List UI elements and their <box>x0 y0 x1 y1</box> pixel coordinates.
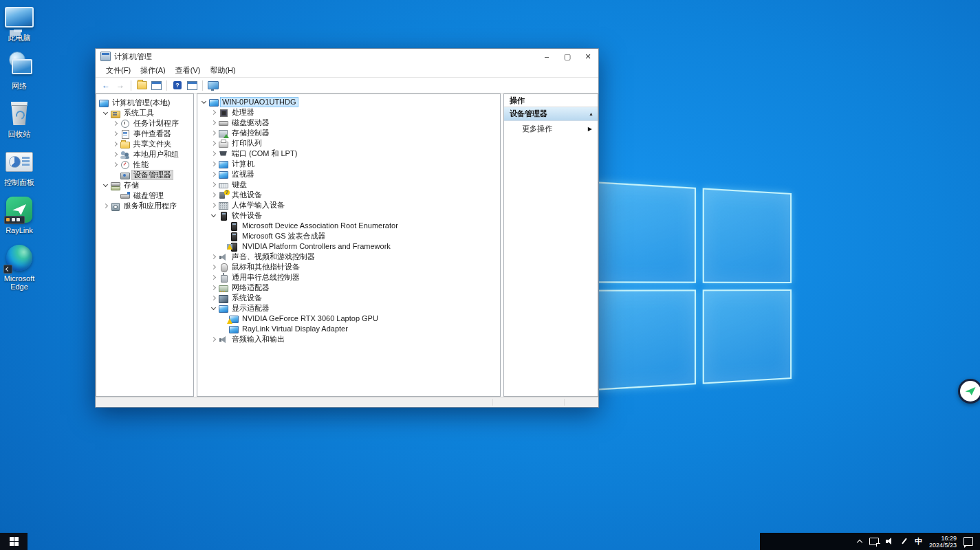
chevron-right-icon[interactable] <box>111 119 120 128</box>
tree-row-device[interactable]: Microsoft Device Association Root Enumer… <box>197 221 500 231</box>
chevron-right-icon[interactable] <box>111 160 120 169</box>
tree-row-mice[interactable]: 鼠标和其他指针设备 <box>197 262 500 272</box>
local-users-groups-icon <box>120 151 130 159</box>
chevron-right-icon[interactable] <box>210 283 219 292</box>
tree-row-device[interactable]: Microsoft GS 波表合成器 <box>197 231 500 241</box>
chevron-right-icon[interactable] <box>210 170 219 179</box>
ime-indicator[interactable]: 中 <box>915 538 922 545</box>
tree-row-ports[interactable]: 端口 (COM 和 LPT) <box>197 148 500 159</box>
desktop-icon-raylink[interactable]: RayLink <box>0 195 39 234</box>
maximize-button[interactable]: ▢ <box>557 49 578 64</box>
chevron-right-icon[interactable] <box>210 190 219 199</box>
desktop-icon-network[interactable]: 网络 <box>0 51 39 90</box>
collapse-arrow-icon[interactable]: ▲ <box>589 111 594 116</box>
status-bar <box>96 397 598 407</box>
chevron-right-icon[interactable] <box>210 160 219 168</box>
display-adapter-icon <box>219 305 228 313</box>
desktop-icon-edge[interactable]: Microsoft Edge <box>0 243 39 291</box>
back-button[interactable]: ← <box>100 80 112 91</box>
chevron-right-icon[interactable] <box>210 252 219 261</box>
chevron-right-icon[interactable] <box>210 273 219 282</box>
chevron-right-icon[interactable] <box>210 201 219 210</box>
tree-row-event-viewer[interactable]: 事件查看器 <box>96 129 193 139</box>
start-button[interactable] <box>10 537 19 546</box>
show-console-tree-button[interactable] <box>150 80 162 91</box>
chevron-right-icon[interactable] <box>210 180 219 189</box>
actions-group-device-manager[interactable]: 设备管理器▲ <box>504 107 598 121</box>
chevron-down-icon[interactable] <box>210 304 219 313</box>
tree-row-services-applications[interactable]: 服务和应用程序 <box>96 201 193 211</box>
tree-row-display-adapters[interactable]: 显示适配器 <box>197 303 500 314</box>
title-bar[interactable]: 计算机管理 – ▢ ✕ <box>96 49 598 64</box>
tree-row-system-devices[interactable]: 系统设备 <box>197 293 500 303</box>
tree-row-device[interactable]: RayLink Virtual Display Adapter <box>197 324 500 334</box>
taskbar-clock[interactable]: 16:29 2024/5/23 <box>929 535 957 549</box>
tree-row-monitors[interactable]: 监视器 <box>197 169 500 179</box>
tree-row-disk-management[interactable]: 磁盘管理 <box>96 190 193 201</box>
menu-file[interactable]: 文件(F) <box>101 64 135 77</box>
help-button[interactable]: ? <box>171 80 184 91</box>
chevron-down-icon[interactable] <box>102 181 111 190</box>
tree-row-audio-io[interactable]: 音频输入和输出 <box>197 334 500 344</box>
chevron-right-icon[interactable] <box>102 201 111 210</box>
chevron-right-icon[interactable] <box>210 149 219 158</box>
tree-row-hid[interactable]: 人体学输入设备 <box>197 200 500 210</box>
tree-row-computer-management[interactable]: 计算机管理(本地) <box>96 98 193 108</box>
chevron-down-icon[interactable] <box>102 109 111 118</box>
edge-icon <box>5 243 34 272</box>
display-button[interactable] <box>207 80 219 91</box>
desktop-icon-this-pc[interactable]: 此电脑 <box>0 3 39 42</box>
close-button[interactable]: ✕ <box>578 49 598 64</box>
tree-row-storage[interactable]: 存储 <box>96 180 193 190</box>
tree-row-network-adapters[interactable]: 网络适配器 <box>197 283 500 293</box>
tree-row-device[interactable]: NVIDIA Platform Controllers and Framewor… <box>197 241 500 252</box>
desktop-icon-label: 网络 <box>12 82 27 90</box>
tree-row-shared-folders[interactable]: 共享文件夹 <box>96 139 193 149</box>
menu-action[interactable]: 操作(A) <box>135 64 171 77</box>
desktop-icon-control-panel[interactable]: 控制面板 <box>0 147 39 186</box>
menu-help[interactable]: 帮助(H) <box>205 64 240 77</box>
tray-volume-icon[interactable] <box>886 538 893 545</box>
chevron-right-icon[interactable] <box>210 263 219 272</box>
chevron-right-icon[interactable] <box>210 139 219 148</box>
tree-row-device[interactable]: NVIDIA GeForce RTX 3060 Laptop GPU <box>197 314 500 324</box>
tree-row-software-devices[interactable]: 软件设备 <box>197 210 500 221</box>
tree-row-performance[interactable]: 性能 <box>96 160 193 170</box>
properties-button[interactable] <box>186 80 198 91</box>
chevron-right-icon[interactable] <box>111 150 120 159</box>
tree-row-print-queues[interactable]: 打印队列 <box>197 138 500 148</box>
tree-row-local-users-groups[interactable]: 本地用户和组 <box>96 149 193 160</box>
tree-row-sound-controllers[interactable]: 声音、视频和游戏控制器 <box>197 252 500 262</box>
tree-row-keyboards[interactable]: 键盘 <box>197 179 500 190</box>
tree-row-computer-root[interactable]: WIN-0PUAO1UTHDG <box>197 97 500 107</box>
hidden-icons-chevron[interactable] <box>856 538 862 544</box>
chevron-right-icon[interactable] <box>111 140 120 148</box>
tree-row-disk-drives[interactable]: 磁盘驱动器 <box>197 118 500 128</box>
chevron-right-icon[interactable] <box>210 335 219 344</box>
chevron-right-icon[interactable] <box>210 129 219 138</box>
tray-pen-icon[interactable] <box>900 538 908 545</box>
menu-view[interactable]: 查看(V) <box>171 64 206 77</box>
chevron-right-icon[interactable] <box>111 129 120 138</box>
tree-row-storage-controllers[interactable]: 存储控制器 <box>197 128 500 138</box>
up-level-button[interactable] <box>135 80 148 91</box>
chevron-right-icon[interactable] <box>210 108 219 117</box>
tree-row-processors[interactable]: 处理器 <box>197 107 500 118</box>
tree-row-device-manager[interactable]: 设备管理器 <box>96 170 193 180</box>
action-center-icon[interactable] <box>963 537 973 546</box>
chevron-down-icon[interactable] <box>200 98 209 107</box>
forward-button[interactable]: → <box>114 80 127 91</box>
minimize-button[interactable]: – <box>536 49 557 64</box>
desktop-icon-recycle-bin[interactable]: 回收站 <box>0 99 39 138</box>
tree-row-system-tools[interactable]: 系统工具 <box>96 108 193 118</box>
tree-row-computer-category[interactable]: 计算机 <box>197 159 500 169</box>
tray-network-icon[interactable] <box>869 538 879 545</box>
more-actions-item[interactable]: 更多操作▶ <box>504 121 598 136</box>
tree-row-task-scheduler[interactable]: 任务计划程序 <box>96 118 193 129</box>
tree-row-usb-controllers[interactable]: 通用串行总线控制器 <box>197 272 500 283</box>
chevron-right-icon[interactable] <box>210 294 219 302</box>
chevron-right-icon[interactable] <box>210 118 219 127</box>
raylink-floating-button[interactable] <box>958 379 980 404</box>
tree-row-other-devices[interactable]: 其他设备 <box>197 190 500 200</box>
chevron-down-icon[interactable] <box>210 211 219 220</box>
